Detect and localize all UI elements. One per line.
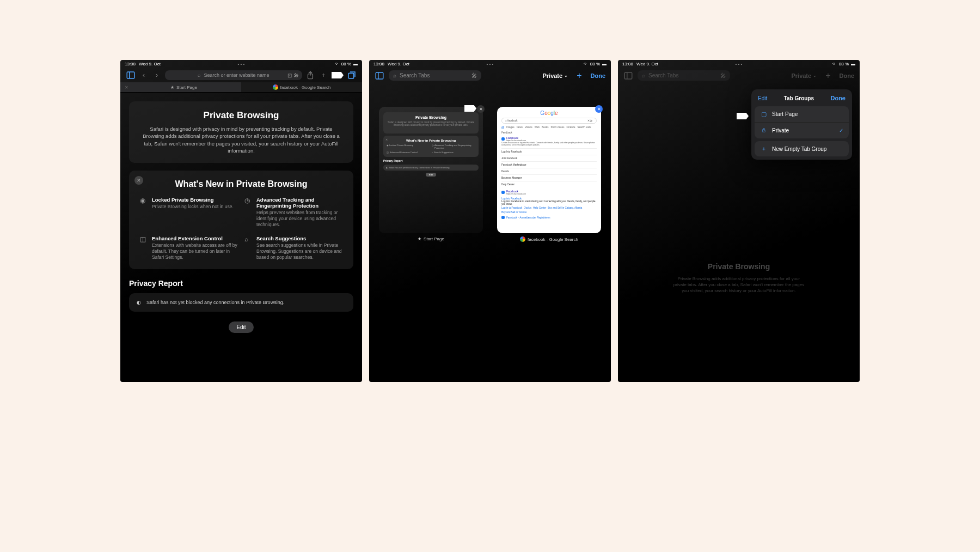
popover-done-button[interactable]: Done	[830, 95, 846, 101]
sidebar-icon[interactable]	[375, 71, 384, 81]
privacy-report-row[interactable]: ◐ Safari has not yet blocked any connect…	[129, 293, 353, 312]
toolbar: ⌕ Search Tabs 🎤︎ Private⌄ + Done	[369, 68, 611, 83]
done-button: Done	[840, 72, 855, 79]
search-icon: ⌕	[244, 235, 252, 243]
tabs-icon[interactable]	[347, 70, 357, 80]
tab-start-page[interactable]: ✕ ★ Start Page	[120, 82, 241, 92]
multitask-dots[interactable]: • • •	[487, 62, 494, 66]
multitask-dots[interactable]: • • •	[736, 62, 743, 66]
tab-bar: ✕ ★ Start Page facebook - Google Search	[120, 82, 362, 93]
url-bar[interactable]: ⌕ Search or enter website name ⊡ 🎤︎	[165, 70, 302, 80]
feature-tracking: ◷ Advanced Tracking and Fingerprinting P…	[244, 197, 342, 228]
tab-group-start-page[interactable]: ▢ Start Page	[755, 106, 849, 122]
battery-icon: ▬	[353, 62, 358, 66]
popover-title: Tab Groups	[784, 95, 814, 101]
window-icon: ▢	[760, 111, 768, 118]
callout-pointer	[464, 105, 476, 112]
privacy-report-heading: Privacy Report	[129, 279, 353, 288]
plus-icon: +	[760, 145, 768, 152]
search-icon: ⌕	[642, 72, 645, 78]
pb-title: Private Browsing	[140, 110, 342, 121]
screen-2-tab-overview: • • • 13:08Wed 9. Oct ᯤ88 %▬ ⌕ Search Ta…	[369, 60, 611, 382]
share-icon[interactable]	[305, 70, 315, 80]
sidebar-icon	[623, 71, 633, 81]
toolbar: ⌕ Search Tabs 🎤︎ Private⌄ + Done	[618, 68, 860, 83]
battery-icon: ▬	[851, 62, 855, 66]
edit-button[interactable]: Edit	[229, 322, 253, 333]
mic-icon[interactable]: 🎤︎	[471, 72, 477, 78]
battery-icon: ▬	[602, 62, 607, 66]
mic-icon[interactable]: 🎤︎	[294, 72, 299, 78]
new-tab-group-button[interactable]: + New Empty Tab Group	[755, 141, 849, 156]
status-time: 13:08	[125, 62, 136, 66]
private-dropdown[interactable]: Private⌄	[542, 72, 568, 79]
clock-icon: ◷	[244, 197, 252, 204]
sidebar-icon[interactable]	[126, 70, 136, 80]
screen-1-private-browsing: • • • 13:08 Wed 9. Oct ᯤ 88 % ▬ ‹ › ⌕ Se…	[120, 60, 362, 382]
tab-facebook[interactable]: facebook - Google Search	[241, 82, 362, 92]
puzzle-icon: ◫	[140, 235, 148, 243]
back-icon: ‹	[139, 70, 149, 80]
chevron-down-icon: ⌄	[564, 73, 568, 78]
done-button[interactable]: Done	[591, 72, 606, 79]
feature-locked: ◉ Locked Private BrowsingPrivate Browsin…	[140, 197, 238, 228]
battery-percent: 88 %	[341, 62, 351, 66]
search-icon: ⌕	[393, 72, 396, 78]
star-icon: ★	[418, 236, 421, 241]
hide-distractions-icon[interactable]: ⊡	[287, 72, 292, 78]
fingerprint-icon: ◉	[140, 197, 148, 204]
google-favicon	[520, 236, 525, 242]
shield-icon: ◐	[137, 300, 141, 305]
callout-pointer	[332, 72, 344, 78]
tab-card-facebook[interactable]: ✕ Google ⌕ facebook✕ 🎤︎ AllImagesNewsVid…	[497, 107, 601, 242]
mic-icon: 🎤︎	[720, 72, 726, 78]
callout-pointer	[737, 113, 749, 119]
new-tab-icon[interactable]: +	[318, 70, 328, 80]
search-tabs-input: ⌕ Search Tabs 🎤︎	[638, 70, 730, 81]
private-browsing-card: Private Browsing Safari is designed with…	[129, 101, 353, 163]
checkmark-icon: ✓	[839, 128, 843, 134]
feature-search: ⌕ Search SuggestionsSee search suggestio…	[244, 235, 342, 260]
feature-extensions: ◫ Enhanced Extension ControlExtensions w…	[140, 235, 238, 260]
new-tab-button[interactable]: +	[577, 71, 581, 81]
svg-rect-6	[624, 72, 632, 79]
multitask-dots[interactable]: • • •	[238, 62, 245, 66]
search-tabs-input[interactable]: ⌕ Search Tabs 🎤︎	[389, 70, 481, 81]
svg-rect-0	[127, 72, 134, 78]
close-tab-icon[interactable]: ✕	[595, 105, 603, 113]
svg-rect-3	[348, 73, 354, 78]
new-tab-button: +	[825, 71, 830, 81]
toolbar: ‹ › ⌕ Search or enter website name ⊡ 🎤︎ …	[120, 68, 362, 82]
tab-group-private[interactable]: ✋︎ Private ✓	[755, 122, 849, 138]
screen-3-tab-groups: • • • 13:08Wed 9. Oct ᯤ88 %▬ ⌕ Search Ta…	[618, 60, 860, 382]
google-favicon	[273, 84, 278, 90]
star-icon: ★	[170, 85, 174, 90]
url-placeholder: Search or enter website name	[204, 72, 269, 78]
wifi-icon: ᯤ	[832, 62, 837, 66]
hand-icon: ✋︎	[760, 127, 768, 134]
status-date: Wed 9. Oct	[139, 62, 161, 66]
whats-new-card: ✕ What's New in Private Browsing ◉ Locke…	[129, 171, 353, 269]
svg-rect-4	[376, 72, 383, 79]
tab-groups-popover: Edit Tab Groups Done ▢ Start Page ✋︎ Pri…	[751, 89, 852, 160]
background-content: Private Browsing Private Browsing adds a…	[671, 262, 807, 294]
close-tab-icon[interactable]: ✕	[477, 105, 485, 113]
wifi-icon: ᯤ	[584, 62, 588, 66]
tab-card-start-page[interactable]: ✕ Private Browsing Safari is designed wi…	[379, 107, 483, 242]
private-dropdown: Private⌄	[791, 72, 817, 79]
pb-desc: Safari is designed with privacy in mind …	[140, 125, 342, 154]
wifi-icon: ᯤ	[335, 62, 339, 66]
forward-icon: ›	[152, 70, 162, 80]
tab-close-icon[interactable]: ✕	[122, 85, 128, 90]
search-icon: ⌕	[198, 72, 200, 78]
whats-new-title: What's New in Private Browsing	[140, 179, 342, 189]
popover-edit-button[interactable]: Edit	[758, 95, 767, 101]
